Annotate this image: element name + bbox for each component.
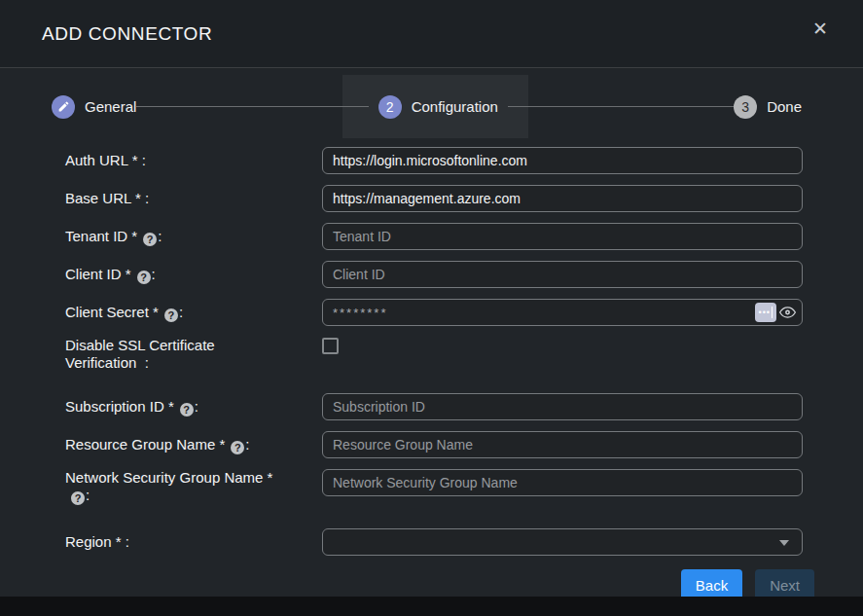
field-row-resource-group: Resource Group Name *?:: [65, 431, 803, 458]
disable-ssl-label-line1: Disable SSL Certificate: [65, 337, 303, 354]
base-url-label: Base URL * :: [65, 190, 322, 207]
step-3-badge: 3: [734, 95, 757, 119]
step-configuration[interactable]: 2 Configuration: [342, 75, 528, 138]
autofill-ellipsis-icon[interactable]: •••: [755, 303, 776, 322]
subscription-id-input[interactable]: [322, 393, 803, 420]
auth-url-label-text: Auth URL * :: [65, 152, 146, 168]
field-row-tenant-id: Tenant ID *?:: [65, 223, 803, 250]
modal-title: ADD CONNECTOR: [42, 23, 212, 45]
back-button[interactable]: Back: [681, 569, 742, 597]
help-icon[interactable]: ?: [164, 308, 178, 322]
field-row-client-secret: Client Secret *?: •••: [65, 299, 803, 326]
help-icon[interactable]: ?: [143, 233, 157, 246]
field-row-auth-url: Auth URL * :: [65, 147, 803, 174]
base-url-label-text: Base URL * :: [65, 190, 149, 206]
stepper-segment: [342, 106, 369, 107]
client-secret-label: Client Secret *?:: [65, 304, 322, 322]
close-icon[interactable]: ✕: [812, 19, 828, 38]
disable-ssl-label: Disable SSL Certificate Verification :: [65, 337, 322, 372]
field-row-nsg: Network Security Group Name * ?:: [65, 469, 803, 514]
disable-ssl-checkbox[interactable]: [322, 338, 339, 354]
auth-url-input[interactable]: [322, 147, 803, 174]
client-secret-input[interactable]: [322, 299, 803, 326]
step-2-badge: 2: [378, 95, 402, 119]
help-icon[interactable]: ?: [231, 441, 244, 454]
nsg-label: Network Security Group Name * ?:: [65, 469, 322, 505]
field-row-region: Region * :: [65, 528, 803, 556]
region-select[interactable]: [322, 528, 803, 556]
action-buttons: Back Next: [0, 569, 814, 597]
stepper-segment: [508, 106, 528, 107]
modal-header: ADD CONNECTOR ✕: [0, 0, 863, 68]
step-done-label: Done: [767, 98, 802, 115]
wizard-stepper: General 2 Configuration 3 Done: [52, 75, 802, 138]
next-button[interactable]: Next: [755, 569, 814, 597]
auth-url-label: Auth URL * :: [65, 152, 322, 169]
subscription-id-label: Subscription ID *?:: [65, 398, 322, 417]
ellipsis-dots: •••: [759, 308, 771, 317]
step-done[interactable]: 3 Done: [734, 95, 802, 119]
subscription-id-label-text: Subscription ID *: [65, 398, 174, 415]
label-colon: :: [158, 228, 162, 244]
disable-ssl-label-line2: Verification :: [65, 354, 303, 372]
page-background-strip: [0, 597, 863, 616]
field-row-client-id: Client ID *?:: [65, 261, 803, 288]
add-connector-modal: ADD CONNECTOR ✕ General 2 Configuration …: [0, 0, 863, 616]
label-colon: :: [179, 304, 183, 320]
label-colon: :: [195, 398, 198, 415]
client-id-label: Client ID *?:: [65, 266, 322, 284]
field-row-base-url: Base URL * :: [65, 185, 803, 212]
region-label: Region * :: [65, 533, 322, 551]
label-colon: :: [152, 266, 156, 282]
nsg-label-text: Network Security Group Name *: [65, 469, 272, 486]
step-configuration-label: Configuration: [412, 98, 498, 115]
stepper-connector: [528, 106, 734, 107]
base-url-input[interactable]: [322, 185, 803, 212]
modal-body: General 2 Configuration 3 Done Auth URL …: [0, 68, 863, 597]
label-colon: :: [245, 436, 249, 453]
edit-pencil-icon: [52, 95, 75, 119]
help-icon[interactable]: ?: [71, 491, 85, 505]
region-label-text: Region * :: [65, 533, 129, 550]
tenant-id-label: Tenant ID *?:: [65, 228, 322, 246]
client-id-label-text: Client ID *: [65, 266, 131, 282]
tenant-id-label-text: Tenant ID *: [65, 228, 137, 244]
field-row-disable-ssl: Disable SSL Certificate Verification :: [65, 337, 803, 381]
tenant-id-input[interactable]: [322, 223, 803, 250]
show-password-eye-icon[interactable]: [778, 306, 797, 319]
step-general[interactable]: General: [52, 95, 136, 119]
chevron-down-icon: [779, 540, 789, 546]
text-cursor-bar: [772, 307, 773, 318]
field-row-subscription-id: Subscription ID *?:: [65, 393, 803, 420]
resource-group-label-text: Resource Group Name *: [65, 436, 225, 453]
client-id-input[interactable]: [322, 261, 803, 288]
resource-group-input[interactable]: [322, 431, 803, 458]
client-secret-label-text: Client Secret *: [65, 304, 159, 320]
label-colon: :: [86, 487, 90, 503]
help-icon[interactable]: ?: [137, 271, 151, 284]
nsg-input[interactable]: [322, 469, 803, 496]
resource-group-label: Resource Group Name *?:: [65, 436, 322, 454]
help-icon[interactable]: ?: [180, 403, 194, 417]
step-general-label: General: [85, 98, 136, 115]
stepper-connector: [136, 106, 342, 107]
